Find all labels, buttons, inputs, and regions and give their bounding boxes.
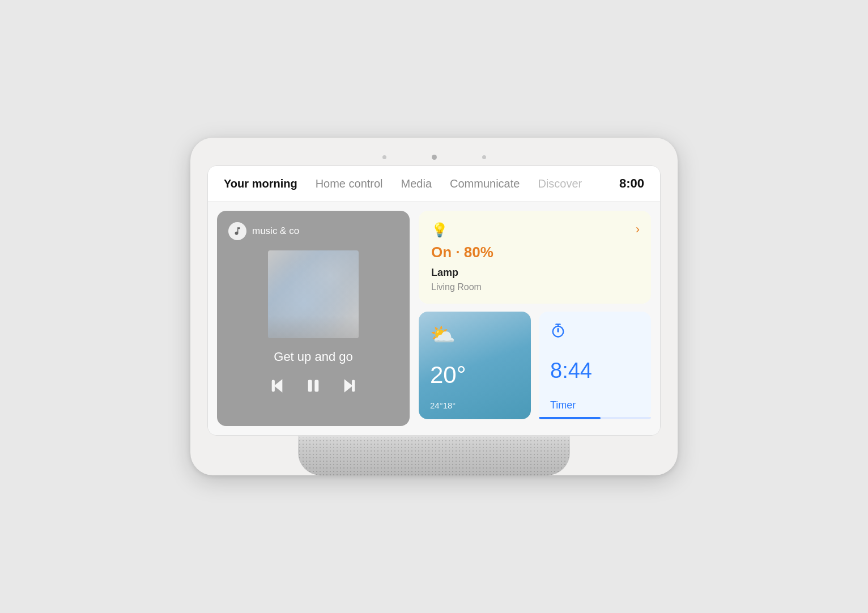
lamp-chevron-icon[interactable]: › xyxy=(636,222,640,237)
timer-card[interactable]: 8:44 Timer xyxy=(539,312,651,419)
svg-rect-5 xyxy=(352,381,354,391)
weather-card[interactable]: ⛅ 20° 24°18° xyxy=(419,312,531,419)
speaker-base xyxy=(298,436,570,475)
svg-rect-2 xyxy=(309,381,312,391)
svg-marker-0 xyxy=(275,381,282,391)
timer-progress-fill xyxy=(539,417,601,419)
screen: Your morning Home control Media Communic… xyxy=(207,165,661,436)
prev-icon xyxy=(269,378,285,394)
music-note-icon xyxy=(232,226,242,236)
next-button[interactable] xyxy=(342,378,358,396)
svg-rect-1 xyxy=(273,381,274,391)
music-card[interactable]: music & co Get up and go xyxy=(217,211,410,426)
device-top-bar xyxy=(207,155,661,160)
device-frame: Your morning Home control Media Communic… xyxy=(190,138,678,475)
prev-button[interactable] xyxy=(269,378,285,396)
right-column: 💡 On · 80% Lamp Living Room › ⛅ 20° 24°1… xyxy=(419,211,651,426)
timer-label: Timer xyxy=(550,399,640,411)
next-icon xyxy=(342,378,358,394)
nav-bar: Your morning Home control Media Communic… xyxy=(208,166,660,202)
nav-item-communicate[interactable]: Communicate xyxy=(450,177,520,190)
led-right xyxy=(482,155,486,159)
svg-marker-4 xyxy=(345,381,352,391)
lamp-name: Lamp xyxy=(431,267,639,279)
playback-controls xyxy=(269,378,358,396)
lamp-bulb-icon: 💡 xyxy=(431,222,639,238)
play-pause-button[interactable] xyxy=(305,378,321,396)
nav-item-media[interactable]: Media xyxy=(401,177,432,190)
nav-item-your-morning[interactable]: Your morning xyxy=(224,177,297,190)
led-left xyxy=(382,155,386,159)
lamp-card[interactable]: 💡 On · 80% Lamp Living Room › xyxy=(419,211,651,304)
music-header: music & co xyxy=(228,222,398,240)
play-pause-icon xyxy=(305,378,321,394)
weather-range: 24°18° xyxy=(430,401,520,410)
music-app-name: music & co xyxy=(252,225,299,237)
content-area: music & co Get up and go xyxy=(208,202,660,435)
nav-item-home-control[interactable]: Home control xyxy=(316,177,383,190)
weather-temperature: 20° xyxy=(430,361,520,389)
lamp-status: On · 80% xyxy=(431,244,639,261)
stopwatch-icon xyxy=(550,323,566,339)
camera-center xyxy=(432,155,437,160)
svg-rect-3 xyxy=(316,381,318,391)
bottom-row: ⛅ 20° 24°18° xyxy=(419,312,651,419)
album-art xyxy=(268,250,359,338)
weather-cloud-sun-icon: ⛅ xyxy=(430,323,520,347)
music-app-icon xyxy=(228,222,246,240)
nav-time: 8:00 xyxy=(619,176,644,191)
timer-time-display: 8:44 xyxy=(550,359,640,383)
lamp-room: Living Room xyxy=(431,282,639,292)
timer-progress-bar-container xyxy=(539,417,651,419)
timer-clock-icon xyxy=(550,323,640,342)
song-title: Get up and go xyxy=(274,350,352,364)
nav-item-discover[interactable]: Discover xyxy=(538,177,582,190)
